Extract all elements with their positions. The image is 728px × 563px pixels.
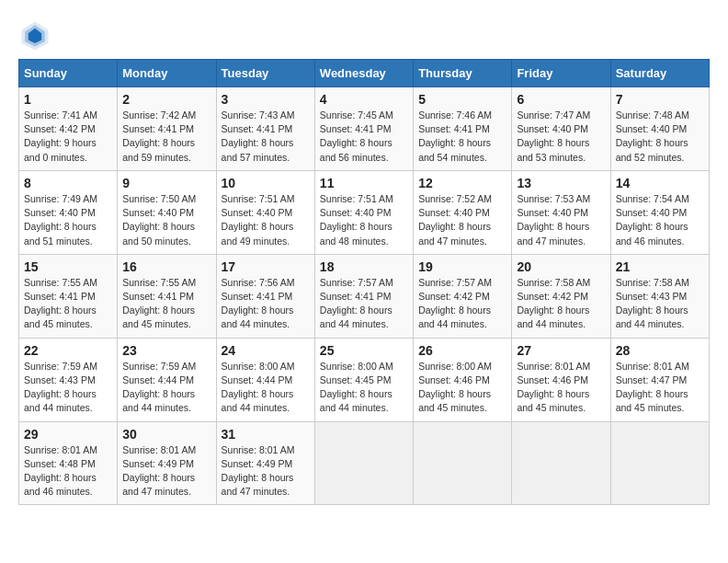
calendar-cell: 9Sunrise: 7:50 AMSunset: 4:40 PMDaylight… — [118, 170, 216, 254]
calendar-cell — [610, 421, 709, 505]
day-number: 7 — [616, 92, 704, 107]
day-info: Sunrise: 7:54 AMSunset: 4:40 PMDaylight:… — [616, 192, 704, 248]
day-number: 20 — [517, 259, 605, 274]
day-info: Sunrise: 7:58 AMSunset: 4:43 PMDaylight:… — [616, 276, 704, 332]
col-header-monday: Monday — [118, 60, 216, 87]
calendar-cell: 29Sunrise: 8:01 AMSunset: 4:48 PMDayligh… — [19, 421, 118, 505]
calendar-cell: 11Sunrise: 7:51 AMSunset: 4:40 PMDayligh… — [314, 170, 413, 254]
day-info: Sunrise: 8:01 AMSunset: 4:47 PMDaylight:… — [616, 360, 704, 416]
day-number: 3 — [222, 92, 310, 107]
calendar-cell: 4Sunrise: 7:45 AMSunset: 4:41 PMDaylight… — [314, 87, 413, 171]
col-header-thursday: Thursday — [414, 60, 512, 87]
day-number: 9 — [122, 176, 210, 190]
calendar-cell — [512, 421, 610, 505]
day-info: Sunrise: 7:51 AMSunset: 4:40 PMDaylight:… — [222, 192, 310, 248]
day-number: 1 — [24, 92, 112, 107]
calendar-cell: 31Sunrise: 8:01 AMSunset: 4:49 PMDayligh… — [216, 421, 314, 505]
day-info: Sunrise: 7:59 AMSunset: 4:44 PMDaylight:… — [122, 360, 210, 416]
day-info: Sunrise: 7:59 AMSunset: 4:43 PMDaylight:… — [24, 360, 112, 416]
page-header — [18, 18, 710, 52]
calendar-cell — [414, 421, 512, 505]
day-info: Sunrise: 7:57 AMSunset: 4:41 PMDaylight:… — [320, 276, 408, 332]
day-number: 27 — [517, 343, 605, 358]
day-number: 26 — [418, 343, 506, 358]
day-number: 19 — [418, 259, 506, 274]
calendar-week-1: 1Sunrise: 7:41 AMSunset: 4:42 PMDaylight… — [19, 87, 710, 171]
calendar-table: SundayMondayTuesdayWednesdayThursdayFrid… — [18, 59, 710, 505]
day-number: 17 — [222, 259, 310, 274]
day-info: Sunrise: 8:00 AMSunset: 4:45 PMDaylight:… — [320, 360, 408, 416]
calendar-week-3: 15Sunrise: 7:55 AMSunset: 4:41 PMDayligh… — [19, 254, 710, 338]
calendar-week-5: 29Sunrise: 8:01 AMSunset: 4:48 PMDayligh… — [19, 421, 710, 505]
calendar-cell: 6Sunrise: 7:47 AMSunset: 4:40 PMDaylight… — [512, 87, 610, 171]
day-number: 14 — [616, 176, 704, 190]
col-header-friday: Friday — [512, 60, 610, 87]
day-number: 4 — [320, 92, 408, 107]
day-number: 22 — [24, 343, 112, 358]
day-number: 11 — [320, 176, 408, 190]
day-info: Sunrise: 7:49 AMSunset: 4:40 PMDaylight:… — [24, 192, 112, 248]
day-info: Sunrise: 7:57 AMSunset: 4:42 PMDaylight:… — [418, 276, 506, 332]
calendar-cell: 14Sunrise: 7:54 AMSunset: 4:40 PMDayligh… — [610, 170, 709, 254]
day-number: 13 — [517, 176, 605, 190]
calendar-cell: 5Sunrise: 7:46 AMSunset: 4:41 PMDaylight… — [414, 87, 512, 171]
day-info: Sunrise: 7:53 AMSunset: 4:40 PMDaylight:… — [517, 192, 605, 248]
day-number: 10 — [222, 176, 310, 190]
col-header-saturday: Saturday — [610, 60, 709, 87]
calendar-cell: 23Sunrise: 7:59 AMSunset: 4:44 PMDayligh… — [118, 338, 216, 421]
calendar-cell: 30Sunrise: 8:01 AMSunset: 4:49 PMDayligh… — [118, 421, 216, 505]
day-number: 8 — [24, 176, 112, 190]
calendar-cell: 3Sunrise: 7:43 AMSunset: 4:41 PMDaylight… — [216, 87, 314, 171]
day-info: Sunrise: 7:55 AMSunset: 4:41 PMDaylight:… — [122, 276, 210, 332]
day-info: Sunrise: 7:50 AMSunset: 4:40 PMDaylight:… — [122, 192, 210, 248]
day-info: Sunrise: 7:51 AMSunset: 4:40 PMDaylight:… — [320, 192, 408, 248]
calendar-cell: 17Sunrise: 7:56 AMSunset: 4:41 PMDayligh… — [216, 254, 314, 338]
day-info: Sunrise: 7:46 AMSunset: 4:41 PMDaylight:… — [418, 109, 506, 165]
day-number: 23 — [122, 343, 210, 358]
calendar-cell: 10Sunrise: 7:51 AMSunset: 4:40 PMDayligh… — [216, 170, 314, 254]
calendar-cell: 18Sunrise: 7:57 AMSunset: 4:41 PMDayligh… — [314, 254, 413, 338]
day-number: 24 — [222, 343, 310, 358]
day-info: Sunrise: 7:52 AMSunset: 4:40 PMDaylight:… — [418, 192, 506, 248]
day-info: Sunrise: 7:47 AMSunset: 4:40 PMDaylight:… — [517, 109, 605, 165]
day-header-row: SundayMondayTuesdayWednesdayThursdayFrid… — [19, 60, 710, 87]
day-info: Sunrise: 7:58 AMSunset: 4:42 PMDaylight:… — [517, 276, 605, 332]
calendar-cell: 12Sunrise: 7:52 AMSunset: 4:40 PMDayligh… — [414, 170, 512, 254]
calendar-cell: 20Sunrise: 7:58 AMSunset: 4:42 PMDayligh… — [512, 254, 610, 338]
calendar-cell: 28Sunrise: 8:01 AMSunset: 4:47 PMDayligh… — [610, 338, 709, 421]
day-number: 5 — [418, 92, 506, 107]
calendar-week-4: 22Sunrise: 7:59 AMSunset: 4:43 PMDayligh… — [19, 338, 710, 421]
logo-icon — [18, 18, 51, 52]
day-info: Sunrise: 7:48 AMSunset: 4:40 PMDaylight:… — [616, 109, 704, 165]
day-info: Sunrise: 8:01 AMSunset: 4:49 PMDaylight:… — [222, 443, 310, 500]
day-number: 15 — [24, 259, 112, 274]
col-header-tuesday: Tuesday — [216, 60, 314, 87]
calendar-cell: 7Sunrise: 7:48 AMSunset: 4:40 PMDaylight… — [610, 87, 709, 171]
day-number: 31 — [222, 427, 310, 442]
day-info: Sunrise: 8:01 AMSunset: 4:48 PMDaylight:… — [24, 443, 112, 500]
day-info: Sunrise: 8:01 AMSunset: 4:46 PMDaylight:… — [517, 360, 605, 416]
day-info: Sunrise: 7:41 AMSunset: 4:42 PMDaylight:… — [24, 109, 112, 165]
day-number: 16 — [122, 259, 210, 274]
calendar-cell: 8Sunrise: 7:49 AMSunset: 4:40 PMDaylight… — [19, 170, 118, 254]
calendar-cell: 2Sunrise: 7:42 AMSunset: 4:41 PMDaylight… — [118, 87, 216, 171]
day-info: Sunrise: 8:00 AMSunset: 4:46 PMDaylight:… — [418, 360, 506, 416]
day-info: Sunrise: 7:43 AMSunset: 4:41 PMDaylight:… — [222, 109, 310, 165]
day-info: Sunrise: 7:55 AMSunset: 4:41 PMDaylight:… — [24, 276, 112, 332]
calendar-cell: 21Sunrise: 7:58 AMSunset: 4:43 PMDayligh… — [610, 254, 709, 338]
day-number: 28 — [616, 343, 704, 358]
col-header-wednesday: Wednesday — [314, 60, 413, 87]
day-number: 29 — [24, 427, 112, 442]
calendar-cell: 13Sunrise: 7:53 AMSunset: 4:40 PMDayligh… — [512, 170, 610, 254]
day-number: 12 — [418, 176, 506, 190]
calendar-cell: 19Sunrise: 7:57 AMSunset: 4:42 PMDayligh… — [414, 254, 512, 338]
day-info: Sunrise: 8:00 AMSunset: 4:44 PMDaylight:… — [222, 360, 310, 416]
day-info: Sunrise: 7:45 AMSunset: 4:41 PMDaylight:… — [320, 109, 408, 165]
calendar-cell: 27Sunrise: 8:01 AMSunset: 4:46 PMDayligh… — [512, 338, 610, 421]
day-number: 2 — [122, 92, 210, 107]
day-info: Sunrise: 7:56 AMSunset: 4:41 PMDaylight:… — [222, 276, 310, 332]
col-header-sunday: Sunday — [19, 60, 118, 87]
calendar-cell — [314, 421, 413, 505]
calendar-cell: 1Sunrise: 7:41 AMSunset: 4:42 PMDaylight… — [19, 87, 118, 171]
calendar-week-2: 8Sunrise: 7:49 AMSunset: 4:40 PMDaylight… — [19, 170, 710, 254]
